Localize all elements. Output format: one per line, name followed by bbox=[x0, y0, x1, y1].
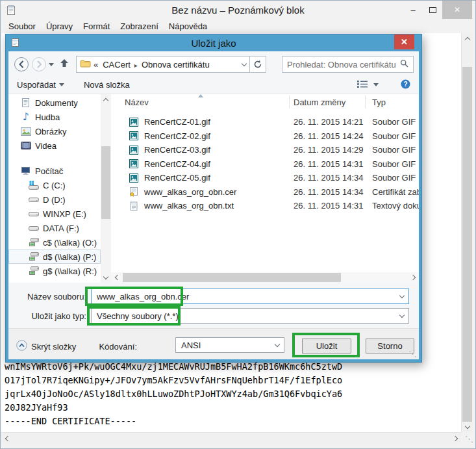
column-name[interactable]: Název bbox=[111, 97, 294, 107]
sidebar-item-label: Dokumenty bbox=[35, 98, 78, 108]
filename-value: www_alkas_org_obn.cer bbox=[97, 292, 189, 301]
svg-text:?: ? bbox=[403, 81, 407, 88]
search-input[interactable]: Prohledat: Obnova certifikátu bbox=[282, 56, 414, 73]
sidebar-item-obr-zky[interactable]: Obrázky bbox=[8, 124, 101, 138]
file-row-www-alkas-org-obn-txt[interactable]: www_alkas_org_obn.txt26. 11. 2015 14:31T… bbox=[111, 199, 419, 213]
file-row-rencertcz-03-gif[interactable]: RenCertCZ-03.gif26. 11. 2015 14:29Soubor… bbox=[111, 143, 419, 157]
sidebar-item-label: Videa bbox=[35, 141, 56, 151]
breadcrumb-obnova-certifik-tu[interactable]: Obnova certifikátu bbox=[138, 60, 213, 70]
file-type: Textový doku bbox=[372, 201, 419, 211]
filename-dropdown-icon[interactable] bbox=[400, 294, 404, 300]
sidebar-item-label: WINXP (E:) bbox=[43, 209, 86, 219]
column-type[interactable]: Typ bbox=[372, 97, 386, 107]
editor-horizontal-scrollbar[interactable] bbox=[1, 432, 461, 444]
recent-locations-dropdown-icon[interactable] bbox=[49, 63, 54, 66]
help-button[interactable]: ? bbox=[401, 79, 410, 91]
minimize-button[interactable]: – bbox=[403, 1, 423, 19]
column-date-modified[interactable]: Datum změny bbox=[294, 97, 372, 107]
back-button[interactable] bbox=[14, 57, 29, 72]
horizontal-scroll-thumb[interactable] bbox=[123, 273, 341, 282]
file-row-www-alkas-org-obn-cer[interactable]: www_alkas_org_obn.cer26. 11. 2015 14:34C… bbox=[111, 185, 419, 199]
organize-button[interactable]: Uspořádat bbox=[17, 80, 64, 90]
encoding-value: ANSI bbox=[181, 340, 201, 350]
save-as-type-select[interactable]: Všechny soubory (*.*) bbox=[91, 308, 409, 324]
breadcrumb-cacert[interactable]: CACert bbox=[99, 60, 134, 70]
sidebar-item-d-alka-p[interactable]: d$ (\\alka) (P:) bbox=[8, 250, 101, 264]
breadcrumb-overflow-chevron[interactable]: « bbox=[91, 60, 99, 70]
change-view-button[interactable] bbox=[357, 80, 368, 90]
sidebar-item-d-d[interactable]: D (D:) bbox=[8, 192, 101, 207]
sidebar-item-c-alka-o[interactable]: c$ (\\alka) (O:) bbox=[8, 235, 101, 250]
view-dropdown-icon[interactable] bbox=[373, 83, 379, 86]
file-list-horizontal-scrollbar[interactable] bbox=[111, 272, 419, 283]
forward-button[interactable] bbox=[31, 57, 47, 72]
scroll-left-icon[interactable] bbox=[111, 272, 121, 283]
gif-file-icon bbox=[129, 173, 139, 183]
type-dropdown-icon[interactable] bbox=[400, 313, 404, 319]
sidebar-item-winxp-e[interactable]: WINXP (E:) bbox=[8, 207, 101, 221]
scroll-left-icon[interactable] bbox=[1, 433, 12, 444]
sidebar-item-po-ta[interactable]: Počítač bbox=[8, 164, 101, 178]
sidebar-scroll-thumb[interactable] bbox=[101, 146, 110, 219]
menu-n-pov-da[interactable]: Nápověda bbox=[164, 21, 212, 31]
dialog-resize-grip[interactable]: ⋱ bbox=[408, 350, 416, 359]
gif-file-icon bbox=[129, 145, 139, 155]
menu-zobrazen[interactable]: Zobrazení bbox=[115, 21, 164, 31]
dialog-close-button[interactable]: ✕ bbox=[394, 34, 414, 49]
file-row-rencertcz-04-gif[interactable]: RenCertCZ-04.gif26. 11. 2015 14:31Soubor… bbox=[111, 157, 419, 172]
sidebar-item-label: DATA (F:) bbox=[43, 224, 79, 233]
sidebar-item-c-c[interactable]: C (C:) bbox=[8, 178, 101, 192]
notepad-titlebar[interactable]: Bez názvu – Poznámkový blok – ✕ bbox=[1, 1, 475, 19]
drive-icon bbox=[28, 224, 39, 232]
file-type: Soubor GIF bbox=[372, 145, 419, 155]
encoding-select[interactable]: ANSI bbox=[175, 337, 284, 353]
address-bar[interactable]: « CACert▸Obnova certifikátu bbox=[76, 56, 250, 73]
hide-folders-button[interactable]: Skrýt složky bbox=[16, 340, 76, 353]
scroll-right-icon[interactable] bbox=[451, 433, 461, 444]
close-button[interactable]: ✕ bbox=[442, 1, 472, 19]
dialog-titlebar[interactable]: Uložit jako ✕ bbox=[6, 34, 421, 51]
cer-file-icon bbox=[129, 186, 139, 197]
menu-form-t[interactable]: Formát bbox=[78, 21, 115, 31]
scroll-right-icon[interactable] bbox=[408, 272, 419, 283]
window-resize-grip[interactable]: ⋱ bbox=[465, 434, 473, 444]
maximize-button[interactable] bbox=[423, 1, 442, 19]
sidebar-item-hudba[interactable]: ♪Hudba bbox=[8, 110, 101, 124]
file-row-rencertcz-05-gif[interactable]: RenCertCZ-05.gif26. 11. 2015 14:34Soubor… bbox=[111, 171, 419, 185]
menu-pravy[interactable]: Úpravy bbox=[41, 21, 78, 31]
save-as-type-label: Uložit jako typ: bbox=[8, 311, 86, 321]
file-name: www_alkas_org_obn.cer bbox=[144, 187, 294, 197]
sidebar-item-data-f[interactable]: DATA (F:) bbox=[8, 221, 101, 235]
breadcrumb: CACert▸Obnova certifikátu bbox=[99, 60, 212, 70]
new-folder-button[interactable]: Nová složka bbox=[84, 80, 130, 90]
vertical-scroll-thumb[interactable] bbox=[462, 67, 472, 422]
scroll-up-icon[interactable] bbox=[101, 94, 111, 105]
filename-input[interactable]: www_alkas_org_obn.cer bbox=[91, 289, 409, 304]
save-button[interactable]: Uložit bbox=[302, 339, 351, 353]
file-type: Soubor GIF bbox=[372, 159, 419, 169]
gif-file-icon bbox=[129, 117, 139, 127]
documents-icon bbox=[20, 97, 31, 108]
sidebar-item-label: D (D:) bbox=[43, 195, 66, 205]
sidebar-item-dokumenty[interactable]: Dokumenty bbox=[8, 96, 101, 110]
address-dropdown-icon[interactable] bbox=[242, 62, 246, 68]
new-folder-label: Nová složka bbox=[84, 80, 130, 90]
network-drive-icon bbox=[28, 266, 39, 276]
sidebar-item-g-alka-r[interactable]: g$ (\\alka) (R:) bbox=[8, 264, 101, 278]
editor-text: wnIMsYWRtoV6j+Pk/wuOGC4Mxu/zj1MECAWvRUJm… bbox=[5, 360, 342, 428]
cancel-button[interactable]: Storno bbox=[366, 339, 414, 353]
sidebar-item-label: Obrázky bbox=[35, 127, 66, 136]
file-row-rencertcz-01-gif[interactable]: RenCertCZ-01.gif26. 11. 2015 14:21Soubor… bbox=[111, 115, 419, 129]
sidebar-item-videa[interactable]: Videa bbox=[8, 138, 101, 153]
sidebar-scrollbar[interactable] bbox=[101, 94, 111, 283]
computer-icon bbox=[20, 166, 31, 175]
editor-vertical-scrollbar[interactable] bbox=[461, 33, 473, 432]
file-row-rencertcz-02-gif[interactable]: RenCertCZ-02.gif26. 11. 2015 14:24Soubor… bbox=[111, 129, 419, 144]
refresh-button[interactable] bbox=[250, 56, 266, 73]
up-one-level-button[interactable] bbox=[58, 57, 70, 71]
scroll-down-icon[interactable] bbox=[462, 422, 473, 432]
scroll-up-icon[interactable] bbox=[462, 33, 473, 44]
encoding-dropdown-icon[interactable] bbox=[275, 342, 279, 348]
menu-soubor[interactable]: Soubor bbox=[3, 21, 41, 31]
scroll-down-icon[interactable] bbox=[101, 272, 111, 283]
